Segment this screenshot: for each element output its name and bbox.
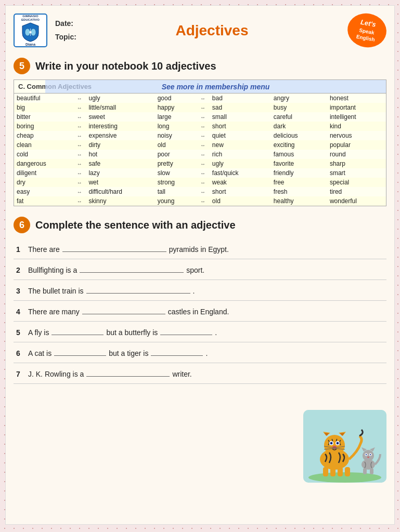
adj-word: interesting <box>86 122 152 131</box>
question-text-before: A fly is <box>28 328 49 337</box>
question-text-after: . <box>215 328 217 337</box>
table-row: dangerous↔safepretty↔uglyfavoritesharp <box>14 159 386 168</box>
arrow-icon: ↔ <box>73 150 86 159</box>
section5-number: 5 <box>14 58 30 74</box>
question-text-after: castles in England. <box>168 308 229 316</box>
answer-blank[interactable] <box>51 327 104 335</box>
arrow-icon: ↔ <box>196 122 209 131</box>
adj-word: noisy <box>152 131 197 140</box>
question-text-before: There are <box>28 245 60 254</box>
adj-word: slow <box>152 168 197 178</box>
answer-blank-2[interactable] <box>160 327 212 335</box>
arrow-icon: ↔ <box>73 196 86 206</box>
question-text-before: Bullfighting is a <box>28 266 77 274</box>
answer-blank[interactable] <box>80 264 184 273</box>
arrow-icon: ↔ <box>196 112 209 122</box>
svg-point-34 <box>367 457 369 458</box>
adj-word: dirty <box>86 140 152 150</box>
answer-blank-2[interactable] <box>151 348 203 356</box>
adj-word: small <box>210 112 268 122</box>
adj-word: strong <box>152 178 197 187</box>
adj-word: sad <box>210 103 268 112</box>
adj-word: honest <box>327 94 386 103</box>
question-text-after: pyramids in Egypt. <box>169 245 229 254</box>
question-text-after: writer. <box>172 370 191 378</box>
adj-word: important <box>327 103 386 112</box>
question-text-after: sport. <box>186 266 204 274</box>
adj-word: poor <box>152 150 197 159</box>
adj-word: wonderful <box>327 196 386 206</box>
lets-speak-badge: Let's Speak English <box>345 10 389 50</box>
adj-word: busy <box>268 103 327 112</box>
svg-point-6 <box>324 435 345 456</box>
svg-rect-22 <box>323 467 328 476</box>
adj-word: happy <box>152 103 197 112</box>
answer-blank[interactable] <box>54 348 106 356</box>
arrow-icon: ↔ <box>196 94 209 103</box>
arrow-icon: ↔ <box>196 168 209 178</box>
table-row: easy↔difficult/hardtall↔shortfreshtired <box>14 187 386 196</box>
arrow-icon: ↔ <box>73 187 86 196</box>
adj-word: favorite <box>268 159 327 168</box>
adj-word: exciting <box>268 140 327 150</box>
svg-point-33 <box>370 454 371 455</box>
adj-word: big <box>14 103 73 112</box>
table-row: beautiful↔uglygood↔badangryhonest <box>14 94 386 103</box>
question-text-after: . <box>193 287 195 295</box>
question-text-before: J. K. Rowling is a <box>28 370 84 378</box>
svg-point-15 <box>331 443 332 444</box>
arrow-icon: ↔ <box>73 140 86 150</box>
arrow-icon: ↔ <box>196 150 209 159</box>
section6-number: 6 <box>14 217 30 233</box>
adj-word: careful <box>268 112 327 122</box>
adj-word: long <box>152 122 197 131</box>
adj-word: easy <box>14 187 73 196</box>
logo-name: Diana <box>25 43 35 46</box>
answer-blank[interactable] <box>86 285 190 294</box>
arrow-icon: ↔ <box>196 178 209 187</box>
tiger-container <box>303 410 386 483</box>
table-row: cheap↔expensivenoisy↔quietdeliciousnervo… <box>14 131 386 140</box>
answer-blank[interactable] <box>86 368 170 377</box>
question-number: 7 <box>16 370 25 378</box>
adj-word: fat <box>14 196 73 206</box>
adj-word: wet <box>86 178 152 187</box>
adj-word: weak <box>210 178 268 187</box>
question-number: 6 <box>16 349 25 357</box>
membership-overlay: See more in membership menu <box>45 80 386 93</box>
adj-word: new <box>210 140 268 150</box>
question-number: 3 <box>16 287 25 295</box>
arrow-icon: ↔ <box>196 131 209 140</box>
adj-word: quiet <box>210 131 268 140</box>
adj-word: delicious <box>268 131 327 140</box>
svg-point-2 <box>30 31 32 33</box>
school-logo: GIMNASIOEDUCATIVO Diana <box>14 14 47 47</box>
question-text-before: There are many <box>28 308 80 316</box>
table-row: fat↔skinnyyoung↔oldhealthywonderful <box>14 196 386 206</box>
answer-blank[interactable] <box>62 244 166 252</box>
adj-word: popular <box>327 140 386 150</box>
adj-word: kind <box>327 122 386 131</box>
adjectives-table-header: C. Common Adjectives See more in members… <box>14 80 386 94</box>
table-row: diligent↔lazyslow↔fast/quickfriendlysmar… <box>14 168 386 178</box>
page: GIMNASIOEDUCATIVO Diana Date: Topic: Adj… <box>5 5 395 525</box>
arrow-icon: ↔ <box>73 122 86 131</box>
adj-word: fast/quick <box>210 168 268 178</box>
adjectives-table-container: C. Common Adjectives See more in members… <box>14 79 386 206</box>
adjectives-table: beautiful↔uglygood↔badangryhonestbig↔lit… <box>14 94 386 206</box>
exercises-container: 1There are pyramids in Egypt.2Bullfighti… <box>14 238 386 384</box>
adj-word: special <box>327 178 386 187</box>
exercise-item: 5A fly is but a butterfly is . <box>14 322 386 342</box>
adj-word: hot <box>86 150 152 159</box>
adj-word: lazy <box>86 168 152 178</box>
adj-word: young <box>152 196 197 206</box>
adj-word: short <box>210 122 268 131</box>
answer-blank[interactable] <box>82 306 165 314</box>
logo-shield-icon <box>21 22 40 43</box>
question-text-middle: but a butterfly is <box>106 328 158 337</box>
table-row: big↔little/smallhappy↔sadbusyimportant <box>14 103 386 112</box>
arrow-icon: ↔ <box>73 103 86 112</box>
exercise-item: 1There are pyramids in Egypt. <box>14 238 386 259</box>
question-number: 5 <box>16 328 25 337</box>
svg-rect-24 <box>338 467 343 476</box>
